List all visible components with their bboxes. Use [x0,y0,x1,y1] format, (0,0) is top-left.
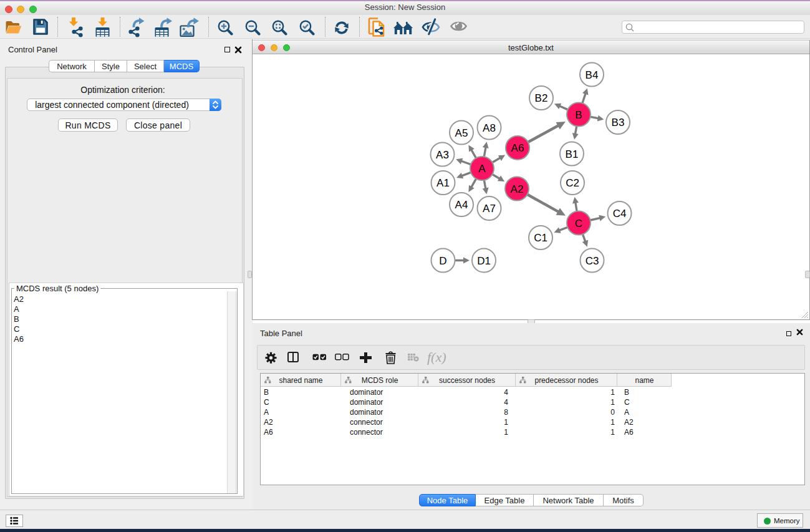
svg-text:A4: A4 [455,199,468,211]
svg-text:A1: A1 [436,177,450,189]
svg-text:C4: C4 [613,208,627,220]
svg-text:A: A [478,163,486,175]
svg-text:C1: C1 [534,232,547,244]
svg-text:B3: B3 [612,117,625,128]
svg-text:B4: B4 [586,69,599,81]
svg-text:A7: A7 [483,203,496,215]
svg-text:C: C [575,218,582,230]
svg-text:A8: A8 [483,122,496,134]
svg-text:B: B [575,109,582,121]
svg-text:B1: B1 [566,148,579,160]
svg-text:A2: A2 [511,183,524,195]
svg-text:D: D [439,255,446,267]
svg-text:C3: C3 [586,255,599,267]
svg-text:A6: A6 [511,142,524,154]
svg-text:C2: C2 [566,177,579,189]
svg-text:A3: A3 [436,149,449,161]
svg-text:A5: A5 [455,127,468,139]
svg-text:D1: D1 [477,255,491,267]
svg-text:B2: B2 [535,92,548,104]
